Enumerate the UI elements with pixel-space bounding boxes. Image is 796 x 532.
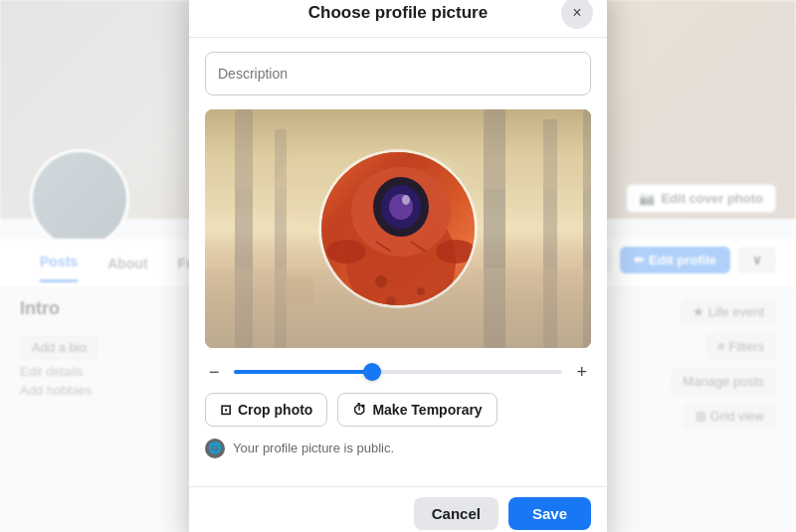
action-buttons-row: ⊡ Crop photo ⏱ Make Temporary [205, 393, 591, 427]
privacy-row: 🌐 Your profile picture is public. [205, 439, 591, 458]
clock-icon: ⏱ [352, 402, 366, 418]
crop-circle [318, 149, 478, 308]
modal-close-button[interactable]: × [561, 0, 593, 29]
modal-title: Choose profile picture [308, 3, 488, 23]
modal-header: Choose profile picture × [189, 0, 607, 38]
close-icon: × [572, 4, 581, 22]
svg-rect-10 [288, 275, 311, 283]
save-button[interactable]: Save [508, 497, 591, 530]
zoom-area: − + [205, 348, 591, 393]
svg-point-21 [375, 275, 387, 287]
svg-point-16 [402, 195, 410, 205]
modal-footer: Cancel Save [189, 486, 607, 533]
zoom-plus-button[interactable]: + [572, 362, 591, 383]
svg-point-22 [417, 287, 425, 295]
svg-point-18 [436, 240, 475, 264]
zoom-slider-track [234, 370, 563, 374]
svg-point-17 [326, 240, 366, 264]
crop-icon: ⊡ [220, 402, 232, 418]
make-temporary-label: Make Temporary [372, 402, 482, 418]
monster-illustration [321, 152, 475, 305]
privacy-text: Your profile picture is public. [233, 441, 394, 455]
crop-photo-button[interactable]: ⊡ Crop photo [205, 393, 327, 427]
zoom-minus-button[interactable]: − [205, 362, 224, 383]
modal-overlay: Choose profile picture × [0, 0, 796, 532]
zoom-slider-thumb[interactable] [363, 363, 381, 381]
photo-crop-area [205, 109, 591, 348]
description-input[interactable] [205, 52, 591, 95]
cancel-button[interactable]: Cancel [414, 497, 498, 530]
zoom-slider-fill [234, 370, 372, 374]
crop-circle-content [321, 152, 475, 305]
choose-profile-picture-modal: Choose profile picture × [189, 0, 607, 532]
modal-body: − + ⊡ Crop photo ⏱ Make Temporary [189, 38, 607, 486]
crop-photo-label: Crop photo [238, 402, 312, 418]
globe-icon: 🌐 [205, 439, 225, 458]
make-temporary-button[interactable]: ⏱ Make Temporary [337, 393, 497, 427]
